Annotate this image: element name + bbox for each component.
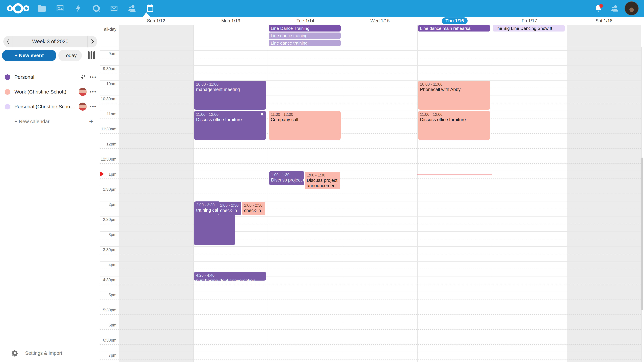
calendar-event[interactable]: 4:20 - 4:40purchasing dept conversation bbox=[194, 272, 266, 281]
quarter-hour-line bbox=[100, 194, 641, 194]
hour-line bbox=[100, 201, 641, 201]
calendar-event[interactable]: 2:00 - 2:30check-in bbox=[218, 201, 242, 215]
vertical-scrollbar[interactable] bbox=[641, 158, 643, 310]
plus-icon: + bbox=[89, 117, 100, 126]
time-axis-label: 6pm bbox=[100, 323, 116, 328]
calendar-event[interactable]: 1:00 - 1:30Discuss project announcement bbox=[304, 171, 340, 190]
quarter-hour-line bbox=[100, 254, 641, 254]
column-border bbox=[492, 47, 492, 362]
calendar-event[interactable]: 10:00 - 11:00management meeting bbox=[194, 81, 266, 110]
day-header-fri[interactable]: Fri 1/17 bbox=[492, 17, 567, 25]
calendar-actions-menu-icon[interactable]: ••• bbox=[90, 74, 100, 80]
calendar-color-dot[interactable] bbox=[5, 89, 10, 95]
activity-app-icon[interactable] bbox=[70, 0, 86, 17]
new-event-button[interactable]: + New event bbox=[2, 50, 56, 61]
hour-line bbox=[100, 277, 641, 277]
quarter-hour-line bbox=[100, 299, 641, 300]
day-header-sun[interactable]: Sun 1/12 bbox=[119, 17, 193, 25]
time-axis-label: 12pm bbox=[100, 142, 116, 146]
mail-app-icon[interactable] bbox=[106, 0, 122, 17]
next-week-button[interactable] bbox=[88, 36, 97, 47]
hour-line bbox=[100, 186, 641, 186]
view-mode-toggle-icon[interactable] bbox=[87, 51, 96, 60]
quarter-hour-line bbox=[100, 360, 641, 360]
calendar-color-dot[interactable] bbox=[5, 74, 10, 80]
event-title: purchasing dept conversation bbox=[196, 278, 264, 281]
time-axis-label: 11am bbox=[100, 112, 116, 116]
quarter-hour-line bbox=[100, 163, 641, 164]
files-app-icon[interactable] bbox=[34, 0, 50, 17]
time-grid: 9am9:30am10am10:30am11am11:30am12pm12:30… bbox=[100, 47, 644, 362]
all-day-event[interactable]: Line dance training bbox=[269, 40, 340, 46]
time-axis-label: 10am bbox=[100, 81, 116, 86]
new-calendar-button[interactable]: + New calendar + bbox=[0, 115, 100, 128]
event-title: management meeting bbox=[196, 87, 264, 92]
talk-app-icon[interactable] bbox=[88, 0, 105, 17]
day-header-mon[interactable]: Mon 1/13 bbox=[193, 17, 268, 25]
all-day-event[interactable]: Line dance main rehearsal bbox=[418, 25, 490, 31]
today-button[interactable]: Today bbox=[58, 50, 82, 61]
calendar-color-dot[interactable] bbox=[5, 104, 10, 109]
column-border bbox=[193, 47, 194, 362]
nextcloud-logo[interactable] bbox=[3, 0, 33, 17]
all-day-event[interactable]: Line Dance Training bbox=[269, 25, 340, 31]
event-title: Company call bbox=[271, 117, 338, 122]
day-header-wed[interactable]: Wed 1/15 bbox=[343, 17, 417, 25]
day-header-sat[interactable]: Sat 1/18 bbox=[567, 17, 641, 25]
settings-import-button[interactable]: Settings & import bbox=[0, 347, 100, 359]
calendar-event[interactable]: 10:00 - 11:00Phonecall with Abby bbox=[418, 81, 490, 110]
time-axis-label: 4pm bbox=[100, 263, 116, 267]
quarter-hour-line bbox=[100, 148, 641, 149]
calendar-event[interactable]: 1:00 - 1:30Discuss project announcement bbox=[269, 171, 304, 185]
time-axis-label: 6:30pm bbox=[100, 338, 116, 343]
hour-line bbox=[100, 156, 641, 156]
all-day-event[interactable]: Line dance training bbox=[269, 32, 340, 39]
share-link-icon[interactable] bbox=[79, 73, 87, 81]
event-time: 2:00 - 2:30 bbox=[244, 203, 263, 208]
reminder-bell-icon bbox=[260, 112, 264, 117]
day-header-tue[interactable]: Tue 1/14 bbox=[268, 17, 343, 25]
previous-week-button[interactable] bbox=[3, 36, 13, 47]
calendar-event[interactable]: 11:00 - 12:00Company call bbox=[269, 111, 340, 140]
hour-line bbox=[100, 307, 641, 307]
calendar-list-item[interactable]: Work (Christine Schott)••• bbox=[0, 84, 100, 99]
time-axis-label: 11:30am bbox=[100, 127, 116, 131]
hour-line bbox=[100, 261, 641, 262]
calendar-event[interactable]: 11:00 - 12:00Discuss office furniture bbox=[194, 111, 266, 140]
time-axis-label: 12:30pm bbox=[100, 157, 116, 162]
gear-icon bbox=[11, 350, 18, 357]
photos-app-icon[interactable] bbox=[52, 0, 68, 17]
column-border bbox=[119, 47, 119, 362]
quarter-hour-line bbox=[100, 118, 641, 118]
hour-line bbox=[100, 216, 641, 217]
hour-line bbox=[100, 95, 641, 96]
notifications-bell-icon[interactable] bbox=[590, 0, 607, 17]
quarter-hour-line bbox=[100, 239, 641, 239]
calendar-event[interactable]: 11:00 - 12:00Discuss office furniture bbox=[418, 111, 490, 140]
shared-by-avatar bbox=[79, 103, 87, 111]
quarter-hour-line bbox=[100, 269, 641, 269]
calendar-list-item[interactable]: Personal••• bbox=[0, 70, 100, 84]
column-border bbox=[268, 47, 268, 362]
time-axis-label: 9am bbox=[100, 51, 116, 56]
all-day-section: all-day Line Dance TrainingLine dance tr… bbox=[100, 25, 644, 47]
user-avatar[interactable] bbox=[624, 1, 639, 15]
all-day-event[interactable]: The Big Line Dancing Show!!! bbox=[493, 25, 565, 31]
weekend-shade bbox=[567, 47, 641, 362]
calendar-sidebar: Week 3 of 2020 + New event Today Persona… bbox=[0, 17, 100, 362]
calendar-event[interactable]: 2:00 - 2:30check-in bbox=[242, 201, 266, 215]
day-label: Wed 1/15 bbox=[370, 18, 390, 23]
day-label: Sat 1/18 bbox=[596, 18, 612, 23]
calendar-actions-menu-icon[interactable]: ••• bbox=[90, 104, 100, 109]
contacts-menu-icon[interactable] bbox=[606, 0, 623, 17]
contacts-app-icon[interactable] bbox=[124, 0, 140, 17]
day-label: Tue 1/14 bbox=[296, 18, 314, 23]
calendar-list-item[interactable]: Personal (Christine Scho…••• bbox=[0, 99, 100, 114]
week-switcher[interactable]: Week 3 of 2020 bbox=[3, 36, 97, 47]
weekend-shade bbox=[119, 47, 193, 362]
calendar-actions-menu-icon[interactable]: ••• bbox=[90, 89, 100, 95]
quarter-hour-line bbox=[100, 178, 641, 179]
day-header-thu[interactable]: Thu 1/16 bbox=[418, 17, 492, 25]
hour-line bbox=[100, 171, 641, 171]
quarter-hour-line bbox=[100, 103, 641, 103]
